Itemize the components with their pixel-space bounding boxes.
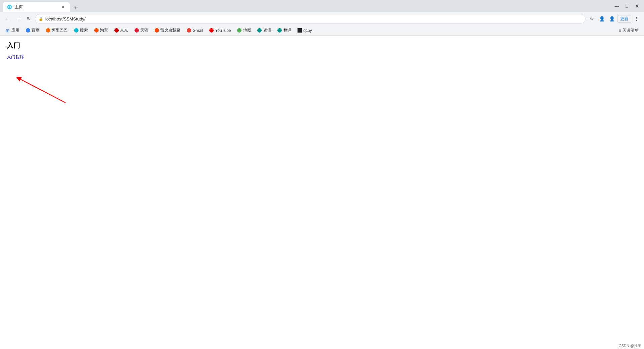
youtube-icon <box>209 28 214 33</box>
bookmark-apps-label: 应用 <box>11 28 19 33</box>
tab-title: 主页 <box>15 4 57 10</box>
bookmark-news[interactable]: 资讯 <box>255 27 274 34</box>
bookmark-gmail-label: Gmail <box>193 28 203 33</box>
bookmark-apps[interactable]: ⊞ 应用 <box>3 27 22 34</box>
alibaba-icon <box>46 28 50 33</box>
bookmark-alibaba-label: 阿里巴巴 <box>52 28 68 33</box>
bookmark-baidu-label: 百度 <box>32 28 40 33</box>
bookmark-maps[interactable]: 地图 <box>234 27 254 34</box>
new-tab-button[interactable]: + <box>71 3 80 12</box>
minimize-button[interactable]: — <box>612 2 621 10</box>
bookmark-qcby[interactable]: qcby <box>295 27 315 34</box>
active-tab[interactable]: 🌐 主页 ✕ <box>3 2 70 12</box>
address-bar[interactable]: 🔒 localhost/SSMStudy/ <box>35 14 586 23</box>
nav-bar: ← → ↻ 🔒 localhost/SSMStudy/ ☆ 👤 👤 更新 ⋮ <box>0 12 644 26</box>
lock-icon: 🔒 <box>39 17 43 21</box>
bookmark-youtube-label: YouTube <box>215 28 231 33</box>
bookmark-taobao[interactable]: 淘宝 <box>91 27 111 34</box>
maps-icon <box>237 28 242 33</box>
reader-button[interactable]: 👤 <box>597 14 606 23</box>
back-button[interactable]: ← <box>3 14 12 23</box>
nav-right-controls: ☆ 👤 👤 更新 ⋮ <box>587 14 641 23</box>
tab-close-button[interactable]: ✕ <box>60 4 66 10</box>
bookmark-translate[interactable]: 翻译 <box>275 27 294 34</box>
close-button[interactable]: ✕ <box>633 2 641 10</box>
bookmark-search-label: 搜索 <box>80 28 88 33</box>
window-controls: — □ ✕ <box>612 2 641 10</box>
bookmark-translate-label: 翻译 <box>283 28 291 33</box>
search-icon <box>74 28 78 33</box>
bookmark-search[interactable]: 搜索 <box>71 27 91 34</box>
title-bar: 🌐 主页 ✕ + — □ ✕ <box>0 0 644 12</box>
bookmark-youtube[interactable]: YouTube <box>206 27 233 34</box>
gmail-icon <box>186 28 191 33</box>
forward-button[interactable]: → <box>13 14 23 23</box>
qcby-icon <box>298 28 302 33</box>
apps-icon: ⊞ <box>5 28 10 33</box>
taobao-icon <box>94 28 99 33</box>
bookmark-maps-label: 地图 <box>243 28 251 33</box>
bookmarks-bar: ⊞ 应用 百度 阿里巴巴 搜索 淘宝 <box>0 26 644 36</box>
bookmark-baidu[interactable]: 百度 <box>23 27 42 34</box>
profile-button[interactable]: 👤 <box>607 14 616 23</box>
svg-line-1 <box>18 78 65 103</box>
bookmark-tianmao-label: 天猫 <box>140 28 148 33</box>
refresh-button[interactable]: ↻ <box>24 14 34 23</box>
huomaike-icon <box>154 28 159 33</box>
tab-favicon: 🌐 <box>7 4 12 10</box>
more-button[interactable]: ⋮ <box>632 14 641 23</box>
page-heading: 入门 <box>7 41 637 50</box>
bookmark-news-label: 资讯 <box>263 28 271 33</box>
bookmark-gmail[interactable]: Gmail <box>184 27 206 34</box>
bookmark-huomaike-label: 萤火虫慧聚 <box>160 28 180 33</box>
status-bar: CSDN @技美 <box>616 343 644 349</box>
browser-chrome: 🌐 主页 ✕ + — □ ✕ ← → ↻ 🔒 localhost/SSMStud… <box>0 0 644 36</box>
translate-icon <box>277 28 282 33</box>
bookmark-taobao-label: 淘宝 <box>100 28 108 33</box>
bookmark-huomaike[interactable]: 萤火虫慧聚 <box>152 27 183 34</box>
bookmark-alibaba[interactable]: 阿里巴巴 <box>43 27 70 34</box>
status-text: CSDN @技美 <box>619 344 641 348</box>
bookmark-jd[interactable]: 京东 <box>111 27 131 34</box>
bookmark-qcby-label: qcby <box>304 28 312 33</box>
reading-list-icon: ≡ <box>619 28 621 33</box>
baidu-icon <box>25 28 30 33</box>
reading-list-label: 阅读清单 <box>623 28 639 33</box>
bookmark-tianmao[interactable]: 天猫 <box>131 27 151 34</box>
star-button[interactable]: ☆ <box>587 14 596 23</box>
page-content: 入门 入门程序 <box>0 36 644 349</box>
update-button[interactable]: 更新 <box>617 15 631 23</box>
intro-program-link[interactable]: 入门程序 <box>7 54 24 59</box>
bookmark-jd-label: 京东 <box>120 28 128 33</box>
arrow-annotation <box>0 71 74 104</box>
tab-area: 🌐 主页 ✕ + <box>3 0 610 12</box>
address-text: localhost/SSMStudy/ <box>45 16 582 21</box>
maximize-button[interactable]: □ <box>623 2 631 10</box>
jd-icon <box>114 28 119 33</box>
reading-list-button[interactable]: ≡ 阅读清单 <box>616 27 641 34</box>
news-icon <box>257 28 262 33</box>
tianmao-icon <box>134 28 139 33</box>
